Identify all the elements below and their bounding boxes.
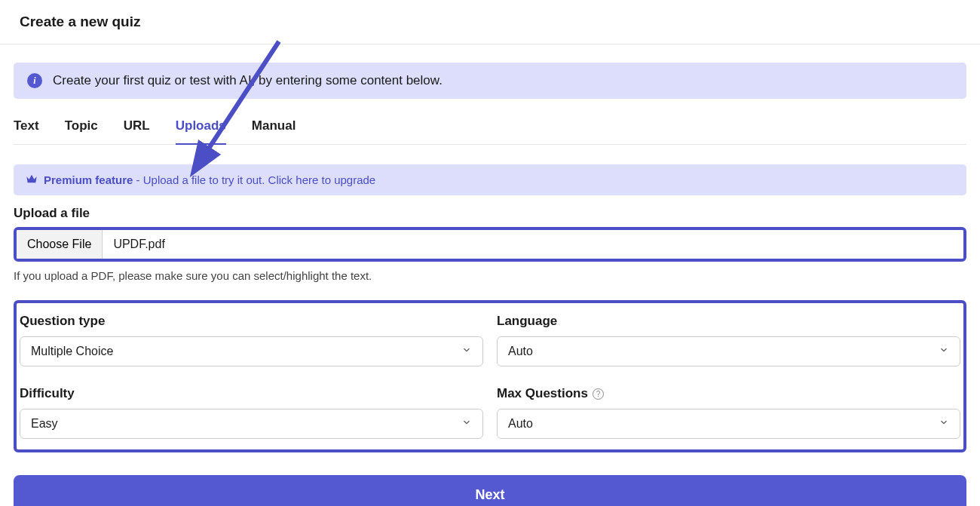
tabs-bar: Text Topic URL Uploads Manual: [14, 111, 966, 145]
difficulty-label: Difficulty: [20, 386, 483, 401]
page-title: Create a new quiz: [20, 14, 960, 30]
options-grid: Question type Multiple Choice Language A…: [18, 311, 962, 442]
max-questions-value: Auto: [508, 417, 533, 431]
chevron-down-icon: [461, 345, 472, 358]
info-banner-text: Create your first quiz or test with AI, …: [53, 73, 443, 88]
max-questions-select[interactable]: Auto: [497, 409, 960, 439]
page-header: Create a new quiz: [0, 0, 980, 44]
next-button[interactable]: Next: [14, 475, 966, 506]
tab-manual[interactable]: Manual: [252, 111, 296, 144]
difficulty-value: Easy: [31, 417, 58, 431]
field-max-questions: Max Questions ? Auto: [497, 386, 960, 439]
help-icon[interactable]: ?: [593, 388, 604, 400]
tab-text[interactable]: Text: [14, 111, 39, 144]
premium-upgrade-text: - Upload a file to try it out. Click her…: [133, 173, 375, 186]
file-input-row: Choose File UPDF.pdf: [17, 230, 963, 259]
chevron-down-icon: [461, 417, 472, 431]
field-question-type: Question type Multiple Choice: [20, 314, 483, 366]
question-type-value: Multiple Choice: [31, 345, 113, 358]
question-type-select[interactable]: Multiple Choice: [20, 336, 483, 366]
chevron-down-icon: [939, 417, 949, 431]
premium-feature-label: Premium feature: [44, 173, 133, 186]
tab-topic[interactable]: Topic: [65, 111, 98, 144]
max-questions-label-text: Max Questions: [497, 386, 588, 401]
chosen-file-name: UPDF.pdf: [103, 230, 963, 259]
options-highlight: Question type Multiple Choice Language A…: [14, 300, 966, 452]
upload-label: Upload a file: [14, 206, 966, 221]
tab-uploads[interactable]: Uploads: [176, 111, 226, 144]
premium-banner[interactable]: Premium feature - Upload a file to try i…: [14, 164, 966, 195]
file-input-highlight: Choose File UPDF.pdf: [14, 227, 966, 262]
field-language: Language Auto: [497, 314, 960, 366]
annotation-arrow: [166, 34, 302, 185]
info-icon: i: [27, 73, 42, 88]
field-difficulty: Difficulty Easy: [20, 386, 483, 439]
language-value: Auto: [508, 345, 533, 358]
chevron-down-icon: [939, 345, 949, 358]
language-label: Language: [497, 314, 960, 329]
difficulty-select[interactable]: Easy: [20, 409, 483, 439]
tab-url[interactable]: URL: [124, 111, 150, 144]
max-questions-label: Max Questions ?: [497, 386, 960, 401]
info-banner: i Create your first quiz or test with AI…: [14, 63, 966, 99]
choose-file-button[interactable]: Choose File: [17, 230, 103, 259]
upload-hint: If you upload a PDF, please make sure yo…: [14, 269, 966, 282]
question-type-label: Question type: [20, 314, 483, 329]
language-select[interactable]: Auto: [497, 336, 960, 366]
main-container: i Create your first quiz or test with AI…: [0, 63, 980, 506]
crown-icon: [26, 173, 38, 186]
